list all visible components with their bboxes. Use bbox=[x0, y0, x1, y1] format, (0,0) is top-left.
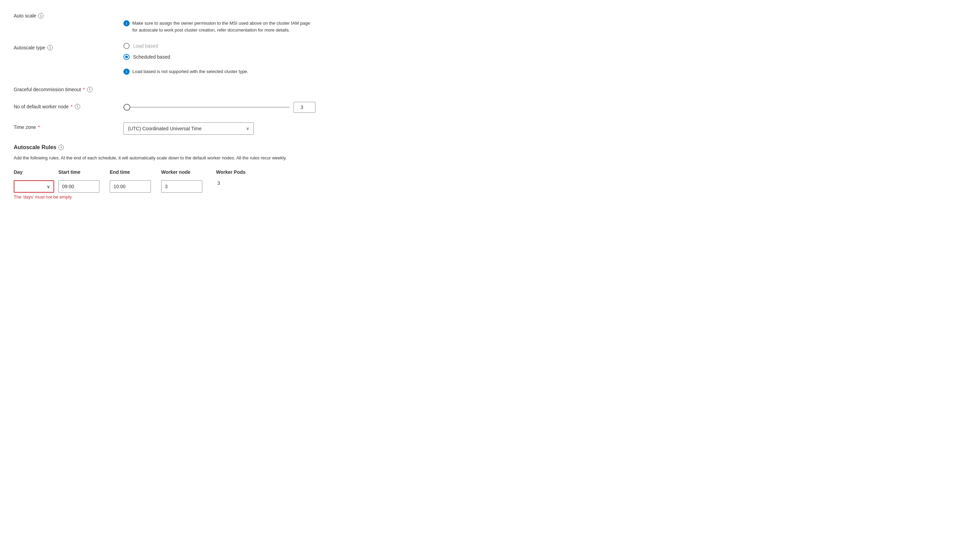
graceful-decommission-label-text: Graceful decommission timeout bbox=[14, 87, 81, 92]
timezone-label: Time zone * bbox=[14, 122, 124, 130]
autoscale-type-warning-box: i Load based is not supported with the s… bbox=[124, 68, 316, 75]
worker-slider-container: 3 bbox=[124, 102, 316, 113]
default-worker-required: * bbox=[71, 104, 72, 109]
worker-pods-value: 3 bbox=[216, 180, 220, 186]
auto-scale-row: Auto scale i i Make sure to assign the o… bbox=[14, 11, 322, 33]
autoscale-type-row: Autoscale type i Load based Scheduled ba… bbox=[14, 43, 322, 75]
day-chevron-icon: ∨ bbox=[47, 184, 50, 189]
timezone-required: * bbox=[38, 124, 40, 130]
radio-scheduled-dot bbox=[125, 56, 128, 58]
table-header-row: Day Start time End time Worker node Work… bbox=[14, 169, 288, 178]
radio-scheduled-based[interactable]: Scheduled based bbox=[124, 54, 322, 60]
graceful-decommission-info-icon[interactable]: i bbox=[87, 87, 93, 92]
day-dropdown[interactable]: ∨ bbox=[14, 180, 54, 192]
col-header-day: Day bbox=[14, 169, 58, 178]
cell-day: ∨ bbox=[14, 180, 58, 192]
auto-scale-label-text: Auto scale bbox=[14, 13, 36, 19]
graceful-decommission-control bbox=[124, 85, 322, 90]
autoscale-type-label-text: Autoscale type bbox=[14, 45, 45, 50]
col-header-end: End time bbox=[110, 169, 161, 178]
timezone-row: Time zone * (UTC) Coordinated Universal … bbox=[14, 122, 322, 135]
cell-end-time bbox=[110, 180, 161, 192]
auto-scale-info-icon[interactable]: i bbox=[38, 13, 43, 19]
graceful-decommission-label: Graceful decommission timeout * i bbox=[14, 85, 124, 92]
worker-slider-track bbox=[124, 107, 289, 108]
autoscale-rules-description: Add the following rules. At the end of e… bbox=[14, 155, 322, 162]
radio-load-based-input bbox=[124, 43, 130, 49]
autoscale-type-label: Autoscale type i bbox=[14, 43, 124, 50]
autoscale-type-warning-icon: i bbox=[124, 69, 130, 75]
auto-scale-info-circle: i bbox=[124, 20, 130, 26]
autoscale-type-radio-group: Load based Scheduled based i Load based … bbox=[124, 43, 322, 75]
auto-scale-label: Auto scale i bbox=[14, 11, 124, 19]
worker-slider-value-input[interactable]: 3 bbox=[294, 102, 316, 113]
radio-scheduled-based-label: Scheduled based bbox=[133, 54, 170, 59]
graceful-decommission-required: * bbox=[83, 87, 85, 92]
default-worker-row: No of default worker node * i 3 bbox=[14, 102, 322, 113]
radio-scheduled-based-input bbox=[124, 54, 130, 60]
autoscale-rules-section: Autoscale Rules i Add the following rule… bbox=[14, 144, 322, 201]
radio-load-based[interactable]: Load based bbox=[124, 43, 322, 49]
table-row: ∨ 3 bbox=[14, 180, 288, 192]
timezone-dropdown[interactable]: (UTC) Coordinated Universal Time ∨ bbox=[124, 122, 254, 135]
graceful-decommission-row: Graceful decommission timeout * i bbox=[14, 85, 322, 92]
default-worker-info-icon[interactable]: i bbox=[75, 104, 80, 109]
default-worker-label: No of default worker node * i bbox=[14, 102, 124, 109]
day-error-text: The 'days' must not be empty. bbox=[14, 194, 288, 200]
autoscale-type-control: Load based Scheduled based i Load based … bbox=[124, 43, 322, 75]
worker-node-input[interactable] bbox=[161, 180, 202, 192]
graceful-decommission-thumb bbox=[125, 86, 131, 92]
timezone-dropdown-value: (UTC) Coordinated Universal Time bbox=[128, 126, 202, 131]
autoscale-rules-title: Autoscale Rules i bbox=[14, 144, 322, 151]
auto-scale-info-box: i Make sure to assign the owner permissi… bbox=[124, 20, 316, 33]
cell-worker-node bbox=[161, 180, 216, 192]
default-worker-label-text: No of default worker node bbox=[14, 104, 69, 109]
col-header-start: Start time bbox=[58, 169, 110, 178]
auto-scale-control: i Make sure to assign the owner permissi… bbox=[124, 11, 322, 33]
auto-scale-info-text: Make sure to assign the owner permission… bbox=[132, 20, 316, 33]
timezone-label-text: Time zone bbox=[14, 124, 36, 130]
timezone-chevron-icon: ∨ bbox=[246, 126, 249, 131]
cell-start-time bbox=[58, 180, 110, 192]
autoscale-type-warning-text: Load based is not supported with the sel… bbox=[132, 68, 248, 75]
default-worker-control: 3 bbox=[124, 102, 322, 113]
col-header-pods: Worker Pods bbox=[216, 169, 257, 178]
worker-slider-thumb[interactable] bbox=[124, 104, 130, 111]
cell-worker-pods: 3 bbox=[216, 180, 257, 186]
day-error-container: The 'days' must not be empty. bbox=[14, 194, 288, 200]
col-header-worker: Worker node bbox=[161, 169, 216, 178]
timezone-control: (UTC) Coordinated Universal Time ∨ bbox=[124, 122, 322, 135]
radio-load-based-label: Load based bbox=[133, 43, 158, 49]
end-time-input[interactable] bbox=[110, 180, 151, 192]
autoscale-rules-info-icon[interactable]: i bbox=[58, 145, 64, 150]
autoscale-rules-table: Day Start time End time Worker node Work… bbox=[14, 169, 288, 200]
start-time-input[interactable] bbox=[58, 180, 99, 192]
auto-scale-thumb bbox=[133, 12, 139, 18]
autoscale-type-info-icon[interactable]: i bbox=[47, 45, 53, 50]
autoscale-rules-title-text: Autoscale Rules bbox=[14, 144, 56, 151]
